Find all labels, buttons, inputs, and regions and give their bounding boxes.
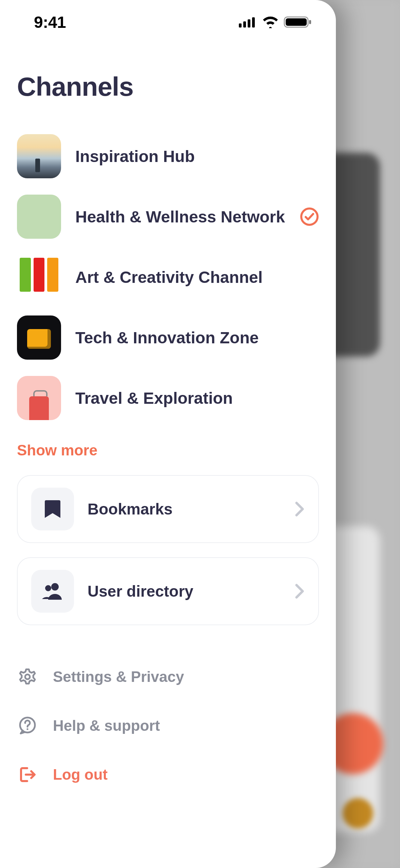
check-circle-icon: [300, 207, 319, 226]
channel-thumbnail: [17, 315, 61, 360]
logout-label: Log out: [53, 766, 108, 783]
users-icon: [31, 570, 74, 613]
svg-rect-2: [248, 19, 250, 28]
side-drawer: 9:41 Ch: [0, 0, 336, 868]
svg-rect-1: [243, 21, 246, 28]
chevron-right-icon: [294, 583, 305, 599]
channel-thumbnail: [17, 255, 61, 299]
channel-label: Health & Wellness Network: [75, 207, 286, 226]
svg-point-8: [51, 583, 59, 591]
channel-item-health[interactable]: Health & Wellness Network: [17, 186, 319, 247]
cellular-icon: [239, 17, 257, 28]
gear-icon: [17, 666, 38, 687]
channel-item-inspiration[interactable]: Inspiration Hub: [17, 126, 319, 186]
logout-icon: [17, 764, 38, 785]
svg-point-12: [26, 728, 28, 730]
channel-thumbnail: [17, 134, 61, 178]
chevron-right-icon: [294, 501, 305, 517]
bookmarks-card[interactable]: Bookmarks: [17, 475, 319, 543]
channel-item-travel[interactable]: Travel & Exploration: [17, 368, 319, 428]
channel-label: Art & Creativity Channel: [75, 268, 319, 287]
channel-label: Inspiration Hub: [75, 147, 319, 166]
page-title: Channels: [17, 71, 319, 102]
svg-rect-5: [286, 18, 307, 26]
battery-icon: [284, 16, 312, 29]
svg-rect-0: [239, 23, 242, 28]
status-bar: 9:41: [0, 0, 336, 44]
svg-rect-6: [309, 20, 311, 24]
channel-label: Tech & Innovation Zone: [75, 328, 319, 347]
help-icon: [17, 715, 38, 736]
svg-point-9: [45, 585, 51, 591]
svg-point-10: [25, 674, 30, 679]
status-icons: [239, 16, 312, 29]
channel-thumbnail: [17, 376, 61, 420]
status-time: 9:41: [34, 13, 66, 32]
show-more-button[interactable]: Show more: [17, 442, 319, 459]
background-avatar: [343, 798, 373, 829]
user-directory-card[interactable]: User directory: [17, 557, 319, 625]
channel-item-art[interactable]: Art & Creativity Channel: [17, 247, 319, 307]
footer-links: Settings & Privacy Help & support: [17, 652, 319, 799]
help-label: Help & support: [53, 717, 160, 734]
bookmark-icon: [31, 488, 74, 530]
channel-item-tech[interactable]: Tech & Innovation Zone: [17, 307, 319, 368]
channel-list: Inspiration Hub Health & Wellness Networ…: [17, 126, 319, 428]
wifi-icon: [262, 16, 279, 28]
logout-link[interactable]: Log out: [17, 750, 319, 799]
settings-label: Settings & Privacy: [53, 668, 184, 685]
settings-link[interactable]: Settings & Privacy: [17, 652, 319, 701]
user-directory-label: User directory: [88, 582, 281, 600]
channel-thumbnail: [17, 195, 61, 239]
channel-label: Travel & Exploration: [75, 389, 319, 408]
bookmarks-label: Bookmarks: [88, 500, 281, 518]
help-link[interactable]: Help & support: [17, 701, 319, 750]
svg-rect-3: [252, 17, 255, 28]
